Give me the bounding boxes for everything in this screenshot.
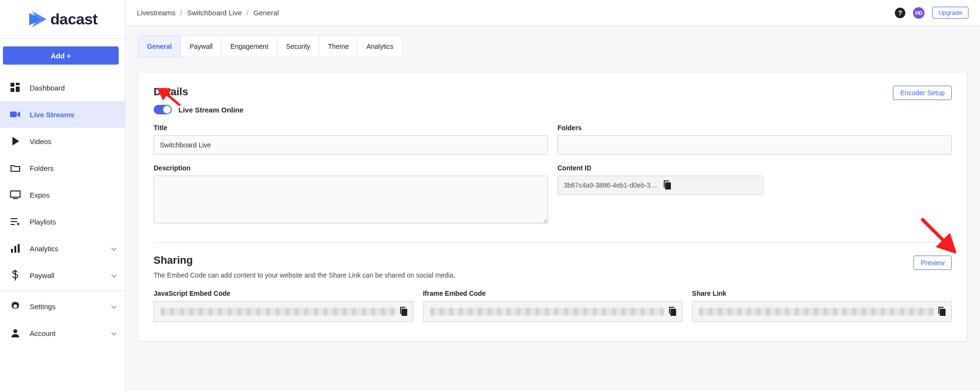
online-toggle-row: Live Stream Online xyxy=(154,105,244,114)
js-embed-label: JavaScript Embed Code xyxy=(154,290,413,297)
svg-point-14 xyxy=(13,329,17,333)
person-icon xyxy=(10,329,21,337)
description-input[interactable] xyxy=(154,176,548,223)
chevron-down-icon xyxy=(111,245,117,253)
sidebar-item-label: Settings xyxy=(30,302,56,311)
content-id-box: 3b67c4a9-3886-4eb1-d0eb-39b23b14bef3-liv… xyxy=(557,176,763,195)
sidebar-item-settings[interactable]: Settings xyxy=(0,293,125,320)
brand-name: dacast xyxy=(50,11,97,28)
add-button[interactable]: Add + xyxy=(3,46,119,65)
copy-icon[interactable] xyxy=(663,180,759,190)
dollar-icon xyxy=(10,270,21,280)
svg-rect-1 xyxy=(16,83,20,85)
svg-rect-15 xyxy=(665,182,671,190)
copy-icon[interactable] xyxy=(938,307,947,316)
logo[interactable]: dacast xyxy=(0,0,125,38)
svg-rect-8 xyxy=(11,221,17,222)
sidebar-item-label: Playlists xyxy=(30,218,56,226)
sidebar-item-playlists[interactable]: Playlists xyxy=(0,208,125,235)
tab-paywall[interactable]: Paywall xyxy=(181,36,222,57)
sharing-description: The Embed Code can add content to your w… xyxy=(154,271,952,279)
monitor-icon xyxy=(10,190,21,199)
tab-security[interactable]: Security xyxy=(278,36,320,57)
sidebar-item-label: Paywall xyxy=(30,271,55,279)
sidebar-item-live-streams[interactable]: Live Streams xyxy=(0,101,125,128)
sidebar-item-label: Folders xyxy=(30,164,54,172)
breadcrumb: Livestreams / Switchboard Live / General xyxy=(137,9,279,17)
content-id-value: 3b67c4a9-3886-4eb1-d0eb-39b23b14bef3-liv… xyxy=(564,181,659,189)
analytics-icon xyxy=(10,244,21,253)
share-link-box xyxy=(692,301,952,322)
iframe-embed-field: Iframe Embed Code xyxy=(423,290,683,322)
sidebar-item-paywall[interactable]: Paywall xyxy=(0,262,125,289)
tab-engagement[interactable]: Engagement xyxy=(222,36,277,57)
avatar[interactable]: HD xyxy=(913,7,924,19)
sidebar-item-label: Analytics xyxy=(30,245,58,253)
folders-input[interactable] xyxy=(557,135,952,155)
svg-rect-17 xyxy=(670,309,676,316)
sidebar-nav: Dashboard Live Streams Videos Folders Ex… xyxy=(0,74,125,289)
sidebar-item-label: Videos xyxy=(30,137,52,145)
breadcrumb-item[interactable]: Livestreams xyxy=(137,9,176,17)
svg-rect-5 xyxy=(11,191,20,197)
dacast-logo-icon xyxy=(27,11,46,27)
copy-icon[interactable] xyxy=(400,307,408,316)
playlist-icon xyxy=(10,218,21,225)
tab-theme[interactable]: Theme xyxy=(319,36,358,57)
title-field: Title xyxy=(154,124,548,155)
sidebar-item-folders[interactable]: Folders xyxy=(0,155,125,181)
title-label: Title xyxy=(154,124,548,132)
details-card: Details Live Stream Online Encoder Setup… xyxy=(138,72,968,342)
chevron-down-icon xyxy=(111,271,117,279)
js-embed-box xyxy=(154,301,413,322)
svg-rect-9 xyxy=(11,224,15,225)
breadcrumb-item[interactable]: General xyxy=(253,9,278,17)
gear-icon xyxy=(10,302,21,311)
description-label: Description xyxy=(154,164,548,172)
sidebar-item-label: Live Streams xyxy=(30,111,74,119)
content-id-field: Content ID 3b67c4a9-3886-4eb1-d0eb-39b23… xyxy=(557,164,952,225)
copy-icon[interactable] xyxy=(668,307,677,316)
folders-field: Folders xyxy=(557,124,952,155)
preview-button[interactable]: Preview xyxy=(913,256,952,270)
folder-icon xyxy=(10,164,21,172)
title-input[interactable] xyxy=(154,135,548,155)
iframe-embed-label: Iframe Embed Code xyxy=(423,290,683,297)
share-link-field: Share Link xyxy=(692,290,952,322)
sidebar-item-dashboard[interactable]: Dashboard xyxy=(0,74,125,101)
svg-rect-2 xyxy=(16,87,20,92)
details-heading: Details xyxy=(154,86,244,98)
breadcrumb-separator: / xyxy=(246,9,248,17)
live-online-toggle[interactable] xyxy=(154,105,172,114)
divider xyxy=(0,290,125,291)
sidebar: dacast Add + Dashboard Live Streams Vide… xyxy=(0,0,125,391)
content: General Paywall Engagement Security Them… xyxy=(125,26,980,391)
redacted-content xyxy=(699,308,934,315)
svg-rect-10 xyxy=(11,249,13,253)
svg-rect-3 xyxy=(11,88,14,92)
dashboard-icon xyxy=(10,83,21,92)
sidebar-item-videos[interactable]: Videos xyxy=(0,128,125,155)
svg-rect-16 xyxy=(401,309,407,316)
redacted-content xyxy=(161,308,396,315)
sidebar-item-account[interactable]: Account xyxy=(0,320,125,346)
js-embed-field: JavaScript Embed Code xyxy=(154,290,413,322)
content-id-label: Content ID xyxy=(557,164,952,172)
upgrade-button[interactable]: Upgrade xyxy=(932,7,969,19)
sidebar-item-expos[interactable]: Expos xyxy=(0,181,125,208)
help-icon[interactable]: ? xyxy=(895,8,905,18)
topbar: Livestreams / Switchboard Live / General… xyxy=(125,0,980,26)
tab-analytics[interactable]: Analytics xyxy=(358,36,402,57)
svg-rect-11 xyxy=(14,246,16,253)
encoder-setup-button[interactable]: Encoder Setup xyxy=(893,86,952,100)
description-field: Description xyxy=(154,164,548,225)
sidebar-item-analytics[interactable]: Analytics xyxy=(0,235,125,262)
play-icon xyxy=(10,137,21,145)
chevron-down-icon xyxy=(111,302,117,311)
svg-rect-0 xyxy=(11,83,14,87)
tab-general[interactable]: General xyxy=(138,36,181,57)
toggle-label: Live Stream Online xyxy=(178,106,244,114)
sidebar-nav-lower: Settings Account xyxy=(0,293,125,346)
iframe-embed-box xyxy=(423,301,683,322)
breadcrumb-item[interactable]: Switchboard Live xyxy=(187,9,242,17)
